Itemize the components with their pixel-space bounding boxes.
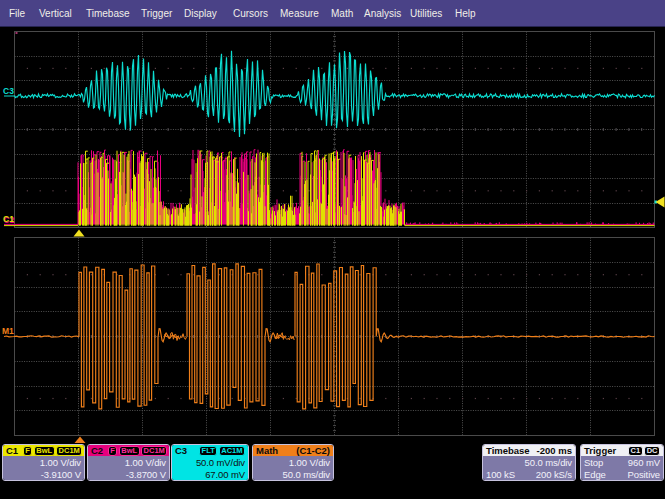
svg-text:C3: C3 — [3, 86, 14, 96]
svg-text:C1: C1 — [3, 214, 14, 224]
svg-text:M1: M1 — [2, 326, 14, 336]
